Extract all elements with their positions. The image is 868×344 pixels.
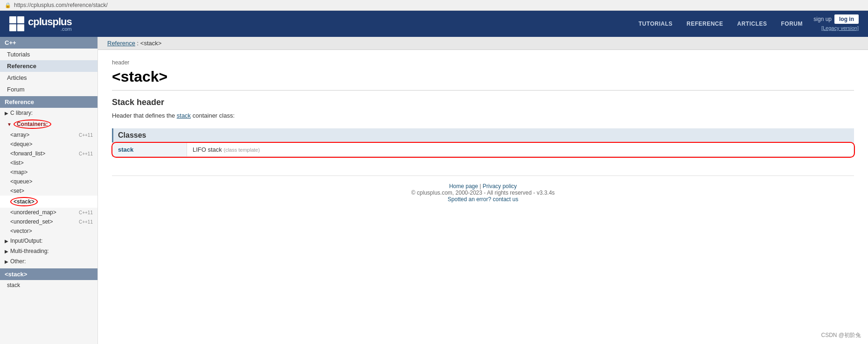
multithreading-arrow: ▶ <box>5 249 8 254</box>
class-description-cell: LIFO stack (class template) <box>187 143 854 157</box>
cpp-section-title: C++ <box>0 37 97 49</box>
unordered_set-link[interactable]: <unordered_set> <box>10 218 53 225</box>
logo-area[interactable]: cplusplus .com <box>9 16 72 32</box>
inputoutput-header[interactable]: ▶ Input/Output: <box>0 236 97 246</box>
home-page-link[interactable]: Home page <box>449 183 478 190</box>
clibrary-label: C library: <box>10 110 33 116</box>
inputoutput-arrow: ▶ <box>5 239 8 244</box>
sidebar-menu: Tutorials Reference Articles Forum <box>0 49 97 95</box>
class-stack-link[interactable]: stack <box>118 146 133 153</box>
sidebar: C++ Tutorials Reference Articles Forum R… <box>0 37 98 344</box>
desc-post: container class: <box>191 112 235 119</box>
container-forward_list[interactable]: <forward_list> C++11 <box>0 149 97 158</box>
browser-bar: 🔒 https://cplusplus.com/reference/stack/ <box>0 0 868 11</box>
containers-label: Containers: <box>14 119 51 129</box>
classes-header: Classes <box>112 128 854 142</box>
unordered_map-badge: C++11 <box>79 210 93 215</box>
forward_list-link[interactable]: <forward_list> <box>10 150 45 157</box>
sidebar-reference-link[interactable]: Reference <box>0 60 97 72</box>
ref-menu: ▶ C library: ▼ Containers: <array> C++11… <box>0 108 97 267</box>
breadcrumb-separator: : <box>135 40 140 47</box>
container-unordered_map[interactable]: <unordered_map> C++11 <box>0 208 97 217</box>
deque-link[interactable]: <deque> <box>10 141 32 147</box>
multithreading-header[interactable]: ▶ Multi-threading: <box>0 246 97 256</box>
queue-link[interactable]: <queue> <box>10 178 32 185</box>
containers-arrow: ▼ <box>7 122 12 127</box>
ref-multithreading[interactable]: ▶ Multi-threading: <box>0 246 97 256</box>
sidebar-forum-link[interactable]: Forum <box>0 84 97 95</box>
nav-links: TUTORIALS REFERENCE ARTICLES FORUM <box>639 21 803 27</box>
desc-pre: Header that defines the <box>112 112 177 119</box>
stack-class-link[interactable]: stack <box>177 112 191 119</box>
footer-links: Home page | Privacy policy <box>119 183 847 190</box>
class-template-badge: (class template) <box>223 147 260 153</box>
privacy-policy-link[interactable]: Privacy policy <box>483 183 517 190</box>
top-nav: cplusplus .com TUTORIALS REFERENCE ARTIC… <box>0 11 868 37</box>
version-text: v3.3.4s <box>537 190 555 196</box>
sidebar-item-reference[interactable]: Reference <box>0 60 97 72</box>
container-stack[interactable]: <stack> <box>0 196 97 208</box>
breadcrumb-reference-link[interactable]: Reference <box>107 40 135 47</box>
sidebar-item-articles[interactable]: Articles <box>0 72 97 84</box>
array-link[interactable]: <array> <box>10 132 29 138</box>
watermark: CSDN @初阶兔 <box>821 331 861 339</box>
container-queue[interactable]: <queue> <box>0 177 97 186</box>
stack-sub-link[interactable]: stack <box>0 280 97 290</box>
content-header-label: header <box>112 59 854 66</box>
map-link[interactable]: <map> <box>10 169 28 176</box>
section-title: Stack header <box>112 98 854 107</box>
footer-copyright: © cplusplus.com, 2000-2023 - All rights … <box>119 190 847 196</box>
reference-section-title: Reference <box>0 96 97 108</box>
clibrary-arrow: ▶ <box>5 111 8 116</box>
multithreading-label: Multi-threading: <box>10 248 49 254</box>
sidebar-articles-link[interactable]: Articles <box>0 72 97 84</box>
list-link[interactable]: <list> <box>10 160 24 166</box>
login-button[interactable]: log in <box>834 14 859 24</box>
legacy-link[interactable]: [Legacy version] <box>821 25 859 31</box>
footer-sep1: | <box>478 183 483 190</box>
lock-icon: 🔒 <box>5 2 11 8</box>
spotted-link[interactable]: Spotted an error? contact us <box>448 196 518 203</box>
ref-containers[interactable]: ▼ Containers: <array> C++11 <deque> <for… <box>0 118 97 236</box>
page-title: <stack> <box>112 68 854 91</box>
content-area: Reference : <stack> header <stack> Stack… <box>98 37 868 344</box>
logo-text-area: cplusplus .com <box>28 16 72 32</box>
unordered_map-link[interactable]: <unordered_map> <box>10 209 56 216</box>
top-right-auth: sign up log in [Legacy version] <box>813 14 859 31</box>
stack-sub-menu: stack <box>0 280 97 290</box>
sidebar-item-forum[interactable]: Forum <box>0 84 97 95</box>
set-link[interactable]: <set> <box>10 188 24 194</box>
unordered_set-badge: C++11 <box>79 219 93 225</box>
footer-spotted: Spotted an error? contact us <box>119 196 847 203</box>
nav-tutorials[interactable]: TUTORIALS <box>639 21 673 27</box>
table-row: stack LIFO stack (class template) <box>112 143 854 157</box>
ref-other[interactable]: ▶ Other: <box>0 256 97 267</box>
nav-reference[interactable]: REFERENCE <box>687 21 723 27</box>
sign-up-link[interactable]: sign up <box>813 16 832 22</box>
class-name-cell: stack <box>112 143 187 157</box>
nav-articles[interactable]: ARTICLES <box>737 21 767 27</box>
other-header[interactable]: ▶ Other: <box>0 256 97 267</box>
container-vector[interactable]: <vector> <box>0 226 97 236</box>
sidebar-tutorials-link[interactable]: Tutorials <box>0 49 97 60</box>
containers-header[interactable]: ▼ Containers: <box>0 118 97 130</box>
sidebar-item-tutorials[interactable]: Tutorials <box>0 49 97 60</box>
clibrary-header[interactable]: ▶ C library: <box>0 108 97 118</box>
container-set[interactable]: <set> <box>0 186 97 196</box>
ref-inputoutput[interactable]: ▶ Input/Output: <box>0 236 97 246</box>
other-arrow: ▶ <box>5 259 8 264</box>
stack-label: <stack> <box>10 197 38 206</box>
stack-sub-item[interactable]: stack <box>0 280 97 290</box>
logo-squares <box>9 16 24 31</box>
container-array[interactable]: <array> C++11 <box>0 130 97 140</box>
nav-forum[interactable]: FORUM <box>781 21 803 27</box>
container-map[interactable]: <map> <box>0 168 97 177</box>
vector-link[interactable]: <vector> <box>10 228 32 234</box>
ref-clibrary[interactable]: ▶ C library: <box>0 108 97 118</box>
container-unordered_set[interactable]: <unordered_set> C++11 <box>0 217 97 226</box>
container-deque[interactable]: <deque> <box>0 140 97 149</box>
stack-section-title: <stack> <box>0 268 97 280</box>
classes-section: Classes stack LIFO stack (class template… <box>112 128 854 157</box>
container-list[interactable]: <list> <box>0 158 97 168</box>
classes-table: stack LIFO stack (class template) <box>112 142 854 157</box>
